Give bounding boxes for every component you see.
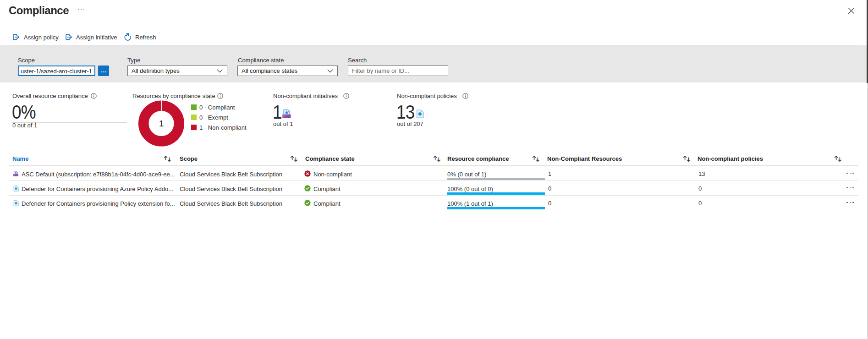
svg-text:1: 1 [159,119,164,128]
